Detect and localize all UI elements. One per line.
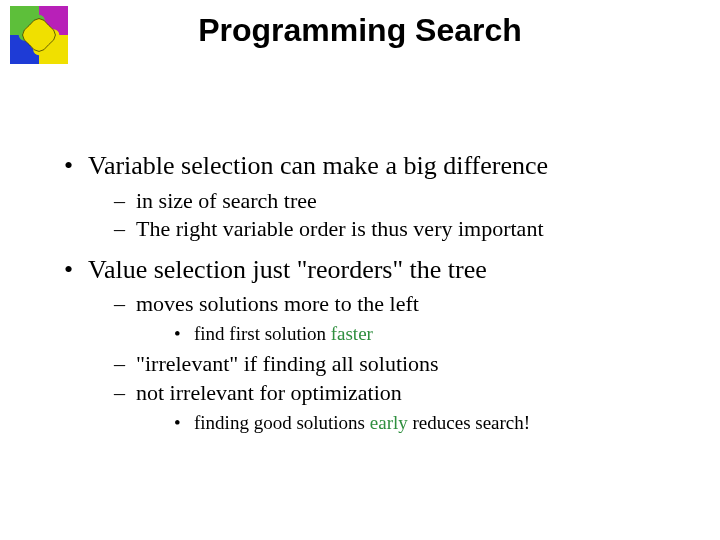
bullet-text: Value selection just "reorders" the tree (88, 255, 487, 284)
slide-body: Variable selection can make a big differ… (60, 150, 680, 445)
accent-faster: faster (331, 323, 373, 344)
subbullet-size: in size of search tree (100, 187, 680, 216)
text-pre: find first solution (194, 323, 331, 344)
slide-title: Programming Search (0, 12, 720, 49)
subsubbullet-finding-good: finding good solutions early reduces sea… (154, 410, 680, 436)
subbullet-text: moves solutions more to the left (136, 291, 419, 316)
subbullet-moves-left: moves solutions more to the left find fi… (100, 290, 680, 346)
subsubbullet-find-first: find first solution faster (154, 321, 680, 347)
slide: Programming Search Variable selection ca… (0, 0, 720, 540)
subbullet-irrelevant-all: "irrelevant" if finding all solutions (100, 350, 680, 379)
bullet-text: Variable selection can make a big differ… (88, 151, 548, 180)
bullet-variable-selection: Variable selection can make a big differ… (60, 150, 680, 244)
subbullet-text: not irrelevant for optimization (136, 380, 402, 405)
subbullet-not-irrelevant-opt: not irrelevant for optimization finding … (100, 379, 680, 435)
accent-early: early (370, 412, 408, 433)
subbullet-right-order: The right variable order is thus very im… (100, 215, 680, 244)
text-pre: finding good solutions (194, 412, 370, 433)
text-post: reduces search! (408, 412, 530, 433)
bullet-value-selection: Value selection just "reorders" the tree… (60, 254, 680, 436)
